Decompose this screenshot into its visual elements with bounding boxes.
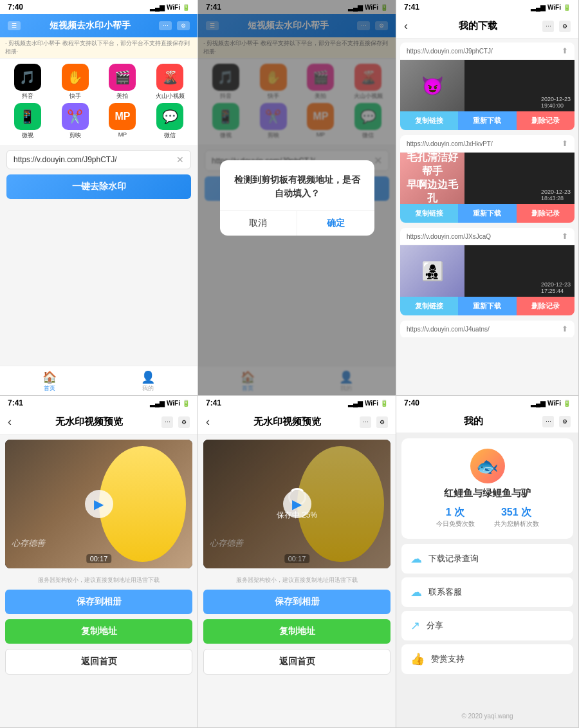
dl-copy-btn-1[interactable]: 复制链接 <box>400 111 458 130</box>
more-icon-5[interactable]: ⋯ <box>360 416 371 428</box>
dl-url-text-4: https://v.douyin.com/J4uatns/ <box>407 326 490 333</box>
settings-icon-6[interactable]: ⚙ <box>559 416 571 427</box>
battery-icon-4: 🔋 <box>182 400 190 407</box>
menu-icon-1[interactable]: ☰ <box>8 21 21 30</box>
time-3: 7:41 <box>404 3 419 12</box>
play-btn-4[interactable]: ▶ <box>85 490 113 518</box>
menu-customer-service-label-6: 联系客服 <box>428 586 462 598</box>
dl-redownload-btn-2[interactable]: 重新下载 <box>458 204 516 223</box>
dl-preview-2: 毛孔清洁好帮手早啊边边毛孔 2020-12-23 18:43:28 <box>400 153 574 204</box>
settings-icon-3[interactable]: ⚙ <box>559 21 571 32</box>
signal-icon-1: ▂▄▆ <box>150 4 165 11</box>
app-label-huoshan: 火山小视频 <box>156 92 185 100</box>
battery-icon-1: 🔋 <box>182 4 190 11</box>
header-icons-4: ⋯ ⚙ <box>161 416 190 428</box>
dl-delete-btn-1[interactable]: 删除记录 <box>517 111 574 130</box>
dl-copy-btn-2[interactable]: 复制链接 <box>400 204 458 223</box>
dl-url-3: https://v.douyin.com/JXsJcaQ ⬆ <box>400 228 574 245</box>
url-input-wrap-1: ✕ <box>6 150 191 169</box>
panel-3-downloads: 7:41 ▂▄▆ WiFi 🔋 ‹ 我的下载 ⋯ ⚙ https://v.dou… <box>396 0 579 396</box>
app-weishi[interactable]: 📱 微视 <box>5 103 50 140</box>
url-input-1[interactable] <box>14 155 172 164</box>
menu-download-history-6[interactable]: ☁ 下载记录查询 <box>401 544 573 574</box>
app-douyin[interactable]: 🎵 抖音 <box>5 64 50 100</box>
status-bar-4: 7:41 ▂▄▆ WiFi 🔋 <box>0 396 198 410</box>
settings-icon-5[interactable]: ⚙ <box>376 416 388 428</box>
dl-delete-btn-3[interactable]: 删除记录 <box>517 297 574 315</box>
nav-home-1[interactable]: 🏠 首页 <box>0 366 99 395</box>
app-wechat[interactable]: 💬 微信 <box>147 103 192 140</box>
dl-preview-1: 😈 2020-12-23 19:40:00 <box>400 60 574 111</box>
back-btn-3[interactable]: ‹ <box>404 19 408 33</box>
settings-icon-4[interactable]: ⚙ <box>178 416 190 428</box>
app-icon-kuaishou: ✋ <box>62 64 89 91</box>
download-item-3: https://v.douyin.com/JXsJcaQ ⬆ 👩‍👧‍👦 202… <box>400 228 574 315</box>
share-icon-2[interactable]: ⬆ <box>562 139 568 148</box>
app-grid-1: 🎵 抖音 ✋ 快手 🎬 美拍 🌋 火山小视频 📱 微视 ✂️ 剪映 MP MP … <box>0 59 198 145</box>
app-icon-wechat: 💬 <box>156 103 183 130</box>
app-icon-weishi: 📱 <box>14 103 41 130</box>
dl-thumb-3: 👩‍👧‍👦 <box>400 245 464 297</box>
remove-watermark-btn-1[interactable]: 一键去除水印 <box>6 174 191 199</box>
back-home-btn-5[interactable]: 返回首页 <box>203 649 391 675</box>
app-mp[interactable]: MP MP <box>100 103 145 140</box>
more-icon-6[interactable]: ⋯ <box>542 416 554 427</box>
dialog-message-2: 检测到剪切板有视频地址，是否自动填入？ <box>230 173 364 200</box>
more-icon-4[interactable]: ⋯ <box>161 416 173 428</box>
download-item-4: https://v.douyin.com/J4uatns/ ⬆ <box>400 321 574 338</box>
more-icon-3[interactable]: ⋯ <box>542 21 554 32</box>
video-thumb-4[interactable]: ▶ 心存德善 00:17 <box>5 440 192 568</box>
menu-support-6[interactable]: 👍 赞赏支持 <box>401 644 573 674</box>
nav-my-1[interactable]: 👤 我的 <box>99 366 198 395</box>
app-kuaishou[interactable]: ✋ 快手 <box>53 64 98 100</box>
back-btn-5[interactable]: ‹ <box>206 415 210 429</box>
save-btn-4[interactable]: 保存到相册 <box>5 590 192 614</box>
clear-btn-1[interactable]: ✕ <box>176 154 184 165</box>
app-meipai[interactable]: 🎬 美拍 <box>100 64 145 100</box>
settings-icon-1[interactable]: ⚙ <box>177 21 190 30</box>
video-area-4: ▶ 心存德善 00:17 <box>5 440 192 568</box>
dl-redownload-btn-1[interactable]: 重新下载 <box>458 111 516 130</box>
app-label-mp: MP <box>118 131 127 138</box>
status-bar-3: 7:41 ▂▄▆ WiFi 🔋 <box>396 0 578 14</box>
menu-list-6: ☁ 下载记录查询 ☁ 联系客服 ↗ 分享 👍 赞赏支持 <box>401 544 573 678</box>
nav-my-label-1: 我的 <box>142 384 154 393</box>
back-home-btn-4[interactable]: 返回首页 <box>5 649 192 675</box>
wifi-icon-4: WiFi <box>167 400 180 407</box>
play-btn-5[interactable]: ▶ <box>283 490 311 518</box>
dialog-cancel-btn-2[interactable]: 取消 <box>220 211 297 236</box>
menu-customer-service-6[interactable]: ☁ 联系客服 <box>401 577 573 607</box>
video-thumb-5: ▶ 心存德善 00:17 保存中 25% <box>203 440 391 568</box>
copy-btn-5[interactable]: 复制地址 <box>203 619 391 644</box>
my-header-6: 我的 ⋯ ⚙ <box>396 410 578 433</box>
dl-delete-btn-2[interactable]: 删除记录 <box>517 204 574 223</box>
header-icons-3: ⋯ ⚙ <box>542 21 571 32</box>
service-icon-6: ☁ <box>410 585 422 599</box>
back-btn-4[interactable]: ‹ <box>8 415 12 429</box>
wifi-icon-6: WiFi <box>547 400 561 407</box>
save-btn-5[interactable]: 保存到相册 <box>203 590 391 614</box>
app-title-1: 短视频去水印小帮手 <box>21 20 159 32</box>
share-icon-1[interactable]: ⬆ <box>562 46 568 55</box>
app-jianying[interactable]: ✂️ 剪映 <box>53 103 98 140</box>
app-icon-huoshan: 🌋 <box>156 64 183 91</box>
app-icon-meipai: 🎬 <box>109 64 136 91</box>
app-label-kuaishou: 快手 <box>69 92 81 100</box>
app-label-meipai: 美拍 <box>116 92 128 100</box>
dl-url-text-1: https://v.douyin.com/J9phCTJ/ <box>407 48 493 55</box>
dl-timestamp-1: 2020-12-23 19:40:00 <box>541 96 571 109</box>
signal-icon-6: ▂▄▆ <box>531 400 546 407</box>
dialog-confirm-btn-2[interactable]: 确定 <box>297 211 374 236</box>
app-icon-jianying: ✂️ <box>62 103 89 130</box>
stat-total-value-6: 351 次 <box>501 506 531 519</box>
dl-copy-btn-3[interactable]: 复制链接 <box>400 297 458 315</box>
share-icon-3[interactable]: ⬆ <box>562 232 568 241</box>
stats-row-6: 1 次 今日免费次数 351 次 共为您解析次数 <box>436 506 539 528</box>
app-huoshan[interactable]: 🌋 火山小视频 <box>147 64 192 100</box>
status-icons-5: ▂▄▆ WiFi 🔋 <box>348 400 388 407</box>
dl-redownload-btn-3[interactable]: 重新下载 <box>458 297 516 315</box>
copy-btn-4[interactable]: 复制地址 <box>5 619 192 644</box>
more-icon-1[interactable]: ⋯ <box>159 21 172 30</box>
share-icon-4[interactable]: ⬆ <box>562 324 568 333</box>
menu-share-6[interactable]: ↗ 分享 <box>401 611 573 640</box>
